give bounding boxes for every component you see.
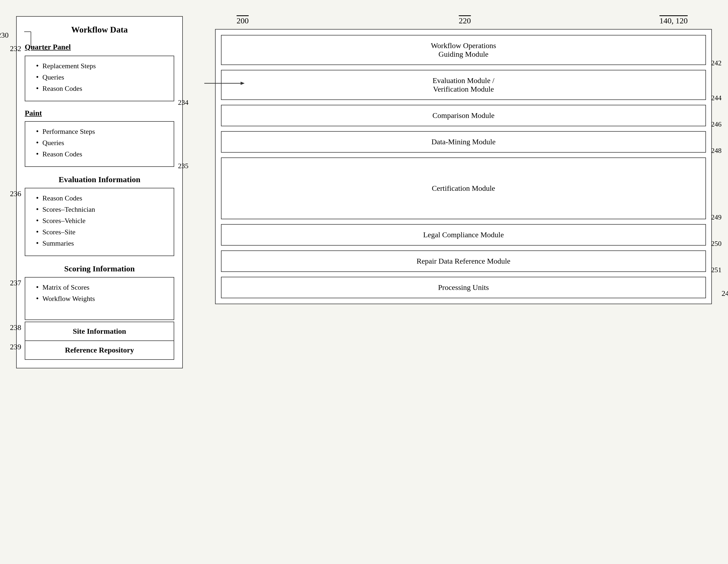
- ref-242: 242: [711, 59, 722, 67]
- ref-230: 230: [0, 31, 9, 40]
- ref-140-120: 140, 120: [659, 16, 688, 25]
- ref-240: 240: [722, 289, 728, 298]
- evaluation-info-title: Evaluation Information: [25, 175, 174, 184]
- paint-box: Performance Steps Queries Reason Codes 2…: [25, 121, 174, 167]
- module-legal-label: Legal Compliance Module: [423, 231, 504, 239]
- quarter-panel-title: Quarter Panel: [25, 43, 174, 51]
- module-evaluation: Evaluation Module /Verification Module 2…: [221, 70, 706, 100]
- ref-234: 234: [178, 99, 188, 107]
- eval-item-1: Reason Codes: [36, 194, 168, 202]
- module-repair-data-label: Repair Data Reference Module: [416, 257, 510, 265]
- quarter-panel-box: Replacement Steps Queries Reason Codes 2…: [25, 56, 174, 101]
- site-information-box: Site Information: [25, 321, 174, 341]
- module-datamining: Data-Mining Module 248: [221, 131, 706, 153]
- ref-220: 220: [459, 16, 471, 25]
- module-repair-data: Repair Data Reference Module 251: [221, 251, 706, 272]
- module-comparison: Comparison Module 246: [221, 105, 706, 126]
- ref-235: 235: [178, 162, 188, 170]
- scoring-info-box: Matrix of Scores Workflow Weights: [25, 277, 174, 320]
- ref-200: 200: [237, 16, 249, 25]
- paint-item-3: Reason Codes: [36, 150, 168, 158]
- ref-251: 251: [711, 266, 722, 274]
- scoring-item-2: Workflow Weights: [36, 294, 168, 303]
- module-workflow-ops: Workflow OperationsGuiding Module 242: [221, 35, 706, 65]
- module-certification: Certification Module 249: [221, 158, 706, 219]
- module-processing-units: Processing Units: [221, 277, 706, 298]
- ref-237: 237: [10, 279, 21, 287]
- quarter-panel-list: Replacement Steps Queries Reason Codes: [33, 62, 168, 93]
- ref-246: 246: [711, 120, 722, 129]
- evaluation-info-box: Reason Codes Scores–Technician Scores–Ve…: [25, 188, 174, 256]
- eval-item-3: Scores–Vehicle: [36, 216, 168, 225]
- module-comparison-label: Comparison Module: [433, 111, 495, 120]
- ref-248: 248: [711, 147, 722, 155]
- eval-item-2: Scores–Technician: [36, 205, 168, 214]
- module-legal: Legal Compliance Module 250: [221, 224, 706, 246]
- paint-title: Paint: [25, 109, 174, 117]
- module-workflow-ops-label: Workflow OperationsGuiding Module: [431, 41, 496, 58]
- paint-item-1: Performance Steps: [36, 127, 168, 136]
- ref-232: 232: [10, 44, 21, 53]
- ref-236: 236: [10, 190, 21, 198]
- paint-item-2: Queries: [36, 138, 168, 147]
- paint-list: Performance Steps Queries Reason Codes: [33, 127, 168, 158]
- ref-238: 238: [10, 323, 21, 332]
- scoring-list: Matrix of Scores Workflow Weights: [33, 283, 168, 303]
- eval-item-5: Summaries: [36, 239, 168, 248]
- workflow-data-title: Workflow Data: [25, 25, 174, 35]
- site-information-label: Site Information: [73, 327, 126, 335]
- module-processing-units-label: Processing Units: [438, 283, 489, 291]
- module-certification-label: Certification Module: [432, 184, 495, 193]
- module-datamining-label: Data-Mining Module: [431, 138, 496, 146]
- scoring-info-title: Scoring Information: [25, 264, 174, 273]
- scoring-item-1: Matrix of Scores: [36, 283, 168, 291]
- module-evaluation-label: Evaluation Module /Verification Module: [433, 76, 494, 93]
- quarter-panel-item-3: Reason Codes: [36, 84, 168, 93]
- ref-250: 250: [711, 240, 722, 248]
- eval-item-4: Scores–Site: [36, 228, 168, 236]
- ref-244: 244: [711, 94, 722, 102]
- quarter-panel-item-1: Replacement Steps: [36, 62, 168, 70]
- reference-repository-label: Reference Repository: [65, 346, 134, 354]
- quarter-panel-item-2: Queries: [36, 73, 168, 81]
- right-outer-box: Workflow OperationsGuiding Module 242 Ev…: [215, 29, 712, 304]
- reference-repository-box: Reference Repository: [25, 341, 174, 360]
- ref-239: 239: [10, 342, 21, 351]
- workflow-data-box: Workflow Data 232 Quarter Panel Replacem…: [16, 16, 183, 368]
- evaluation-list: Reason Codes Scores–Technician Scores–Ve…: [33, 194, 168, 248]
- ref-249: 249: [711, 213, 722, 222]
